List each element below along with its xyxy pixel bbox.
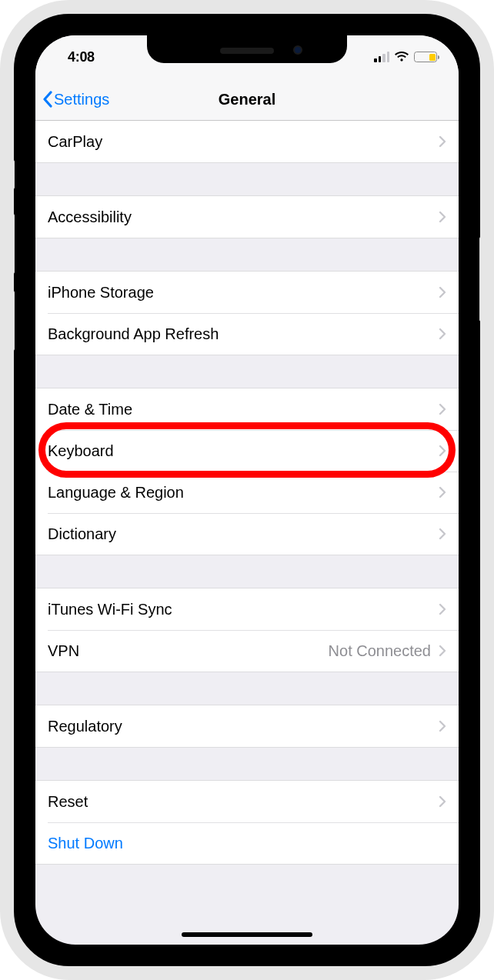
settings-section: Date & TimeKeyboardLanguage & RegionDict… — [35, 388, 459, 555]
chevron-right-icon — [439, 211, 446, 223]
row-label: Language & Region — [48, 484, 439, 502]
row-background-app-refresh[interactable]: Background App Refresh — [35, 313, 459, 355]
row-itunes-wi-fi-sync[interactable]: iTunes Wi-Fi Sync — [35, 588, 459, 630]
row-reset[interactable]: Reset — [35, 781, 459, 822]
row-language-region[interactable]: Language & Region — [35, 472, 459, 513]
row-label: Reset — [48, 793, 439, 811]
row-label: iPhone Storage — [48, 284, 439, 302]
chevron-right-icon — [439, 286, 446, 298]
row-label: CarPlay — [48, 133, 439, 151]
row-vpn[interactable]: VPNNot Connected — [35, 630, 459, 672]
status-icons — [374, 52, 442, 62]
row-label: iTunes Wi-Fi Sync — [48, 601, 439, 618]
row-accessibility[interactable]: Accessibility — [35, 196, 459, 238]
battery-icon — [414, 52, 437, 62]
chevron-right-icon — [439, 403, 446, 415]
row-label: Accessibility — [48, 208, 439, 226]
chevron-right-icon — [439, 603, 446, 615]
chevron-right-icon — [439, 645, 446, 657]
screen: 4:08 Settings G — [35, 35, 459, 945]
row-value: Not Connected — [329, 642, 431, 660]
section-gap — [35, 355, 459, 388]
chevron-right-icon — [439, 445, 446, 457]
row-shut-down[interactable]: Shut Down — [35, 822, 459, 864]
back-button[interactable]: Settings — [35, 91, 109, 108]
row-label: VPN — [48, 642, 329, 660]
section-gap — [35, 748, 459, 780]
phone-frame: 4:08 Settings G — [0, 0, 494, 980]
back-label: Settings — [54, 91, 109, 108]
nav-bar: Settings General — [35, 78, 459, 121]
row-label: Shut Down — [48, 835, 446, 852]
row-dictionary[interactable]: Dictionary — [35, 513, 459, 555]
chevron-left-icon — [42, 91, 53, 108]
row-iphone-storage[interactable]: iPhone Storage — [35, 272, 459, 313]
row-carplay[interactable]: CarPlay — [35, 121, 459, 162]
settings-section: iTunes Wi-Fi SyncVPNNot Connected — [35, 588, 459, 672]
cellular-signal-icon — [374, 52, 389, 62]
settings-content[interactable]: CarPlayAccessibilityiPhone StorageBackgr… — [35, 121, 459, 865]
row-keyboard[interactable]: Keyboard — [35, 430, 459, 472]
section-gap — [35, 238, 459, 271]
chevron-right-icon — [439, 135, 446, 148]
settings-section: ResetShut Down — [35, 780, 459, 865]
settings-section: CarPlay — [35, 121, 459, 163]
row-label: Date & Time — [48, 401, 439, 418]
chevron-right-icon — [439, 720, 446, 732]
settings-section: iPhone StorageBackground App Refresh — [35, 271, 459, 355]
chevron-right-icon — [439, 486, 446, 498]
notch — [147, 35, 347, 63]
section-gap — [35, 163, 459, 195]
row-label: Regulatory — [48, 718, 439, 735]
status-time: 4:08 — [58, 49, 95, 65]
section-gap — [35, 672, 459, 705]
home-indicator[interactable] — [182, 932, 312, 937]
settings-section: Accessibility — [35, 195, 459, 238]
section-gap — [35, 555, 459, 588]
chevron-right-icon — [439, 795, 446, 808]
chevron-right-icon — [439, 528, 446, 540]
row-date-time[interactable]: Date & Time — [35, 388, 459, 430]
row-label: Keyboard — [48, 442, 439, 460]
chevron-right-icon — [439, 328, 446, 340]
row-label: Dictionary — [48, 525, 439, 543]
wifi-icon — [394, 52, 409, 62]
row-regulatory[interactable]: Regulatory — [35, 705, 459, 747]
settings-section: Regulatory — [35, 705, 459, 748]
row-label: Background App Refresh — [48, 325, 439, 343]
